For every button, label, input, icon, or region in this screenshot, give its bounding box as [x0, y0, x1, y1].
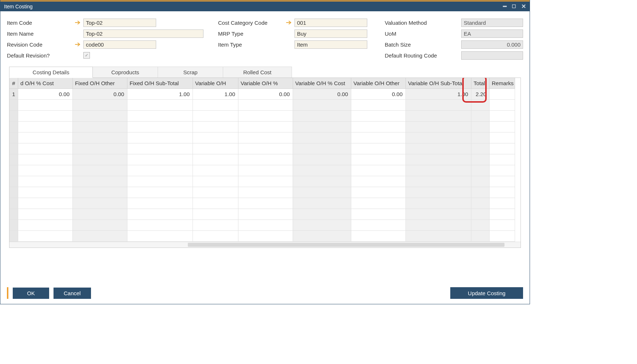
- grid-cell[interactable]: [18, 220, 73, 231]
- grid-cell[interactable]: [351, 176, 406, 187]
- row-number-cell[interactable]: [9, 231, 18, 242]
- grid-cell[interactable]: [18, 176, 73, 187]
- grid-cell[interactable]: [73, 198, 127, 209]
- cell-fixed-oh-percent-cost[interactable]: 0.00: [18, 89, 73, 100]
- cell-variable-oh-percent[interactable]: 0.00: [238, 89, 293, 100]
- col-header-fixed-oh-subtotal[interactable]: Fixed O/H Sub-Total: [127, 78, 193, 89]
- row-number-cell[interactable]: 1: [9, 89, 18, 100]
- grid-cell[interactable]: [193, 100, 238, 111]
- grid-cell[interactable]: [127, 132, 193, 143]
- grid-cell[interactable]: [406, 231, 471, 242]
- grid-cell[interactable]: [293, 231, 351, 242]
- tab-scrap[interactable]: Scrap: [158, 67, 223, 78]
- row-number-cell[interactable]: [9, 198, 18, 209]
- grid-cell[interactable]: [18, 132, 73, 143]
- grid-cell[interactable]: [471, 165, 490, 176]
- tab-rolled-cost[interactable]: Rolled Cost: [223, 67, 292, 78]
- horizontal-scrollbar[interactable]: [9, 242, 521, 248]
- grid-cell[interactable]: [351, 100, 406, 111]
- grid-cell[interactable]: [490, 187, 515, 198]
- grid-cell[interactable]: [193, 132, 238, 143]
- col-header-fixed-oh-percent-cost[interactable]: d O/H % Cost: [18, 78, 73, 89]
- grid-cell[interactable]: [406, 132, 471, 143]
- link-arrow-icon[interactable]: [286, 20, 292, 25]
- row-number-cell[interactable]: [9, 209, 18, 220]
- grid-cell[interactable]: [238, 122, 293, 132]
- row-number-cell[interactable]: [9, 111, 18, 122]
- grid-cell[interactable]: [193, 231, 238, 242]
- grid-cell[interactable]: [127, 198, 193, 209]
- grid-cell[interactable]: [73, 165, 127, 176]
- grid-cell[interactable]: [293, 111, 351, 122]
- grid-cell[interactable]: [471, 143, 490, 154]
- grid-cell[interactable]: [18, 111, 73, 122]
- cancel-button[interactable]: Cancel: [54, 288, 91, 299]
- grid-cell[interactable]: [238, 165, 293, 176]
- grid-cell[interactable]: [471, 111, 490, 122]
- grid-cell[interactable]: [193, 111, 238, 122]
- grid-cell[interactable]: [293, 176, 351, 187]
- grid-cell[interactable]: [193, 220, 238, 231]
- grid-cell[interactable]: [73, 187, 127, 198]
- grid-cell[interactable]: [18, 143, 73, 154]
- cost-category-field[interactable]: [294, 19, 367, 27]
- row-number-cell[interactable]: [9, 143, 18, 154]
- close-icon[interactable]: ✕: [521, 3, 526, 10]
- col-header-variable-oh-percent-cost[interactable]: Variable O/H % Cost: [293, 78, 351, 89]
- maximize-icon[interactable]: ☐: [512, 4, 516, 9]
- cell-variable-oh-subtotal[interactable]: 1.00: [406, 89, 471, 100]
- grid-cell[interactable]: [127, 143, 193, 154]
- grid-cell[interactable]: [406, 100, 471, 111]
- grid-cell[interactable]: [73, 154, 127, 165]
- cell-variable-oh-percent-cost[interactable]: 0.00: [293, 89, 351, 100]
- grid-cell[interactable]: [238, 132, 293, 143]
- row-number-cell[interactable]: [9, 132, 18, 143]
- grid-cell[interactable]: [238, 231, 293, 242]
- default-revision-checkbox[interactable]: ✓: [83, 52, 90, 59]
- grid-cell[interactable]: [293, 154, 351, 165]
- grid-cell[interactable]: [238, 111, 293, 122]
- grid-cell[interactable]: [406, 111, 471, 122]
- grid-cell[interactable]: [490, 100, 515, 111]
- link-arrow-icon[interactable]: [75, 20, 81, 25]
- grid-cell[interactable]: [18, 231, 73, 242]
- link-arrow-icon[interactable]: [75, 42, 81, 47]
- row-number-cell[interactable]: [9, 187, 18, 198]
- row-number-cell[interactable]: [9, 165, 18, 176]
- col-header-rownum[interactable]: #: [9, 78, 18, 89]
- grid-cell[interactable]: [490, 154, 515, 165]
- grid-cell[interactable]: [406, 187, 471, 198]
- grid-cell[interactable]: [238, 176, 293, 187]
- cell-fixed-oh-subtotal[interactable]: 1.00: [127, 89, 193, 100]
- grid-cell[interactable]: [73, 132, 127, 143]
- col-header-fixed-oh-other[interactable]: Fixed O/H Other: [73, 78, 127, 89]
- col-header-variable-oh-subtotal[interactable]: Variable O/H Sub-Total: [406, 78, 471, 89]
- grid-cell[interactable]: [193, 176, 238, 187]
- grid-cell[interactable]: [127, 122, 193, 132]
- revision-code-field[interactable]: [83, 40, 156, 49]
- grid-cell[interactable]: [18, 209, 73, 220]
- row-number-cell[interactable]: [9, 176, 18, 187]
- grid-cell[interactable]: [351, 165, 406, 176]
- row-number-cell[interactable]: [9, 100, 18, 111]
- grid-cell[interactable]: [193, 198, 238, 209]
- grid-cell[interactable]: [351, 132, 406, 143]
- grid-cell[interactable]: [490, 198, 515, 209]
- grid-cell[interactable]: [490, 132, 515, 143]
- col-header-variable-oh-other[interactable]: Variable O/H Other: [351, 78, 406, 89]
- grid-cell[interactable]: [351, 209, 406, 220]
- grid-cell[interactable]: [406, 209, 471, 220]
- grid-cell[interactable]: [351, 122, 406, 132]
- grid-cell[interactable]: [471, 231, 490, 242]
- grid-cell[interactable]: [73, 100, 127, 111]
- grid-cell[interactable]: [238, 100, 293, 111]
- grid-cell[interactable]: [18, 100, 73, 111]
- cell-total[interactable]: 2.20: [471, 89, 490, 100]
- grid-cell[interactable]: [490, 176, 515, 187]
- grid-cell[interactable]: [127, 111, 193, 122]
- grid-cell[interactable]: [238, 187, 293, 198]
- grid-cell[interactable]: [471, 122, 490, 132]
- grid-cell[interactable]: [73, 111, 127, 122]
- grid-cell[interactable]: [238, 143, 293, 154]
- grid-cell[interactable]: [18, 154, 73, 165]
